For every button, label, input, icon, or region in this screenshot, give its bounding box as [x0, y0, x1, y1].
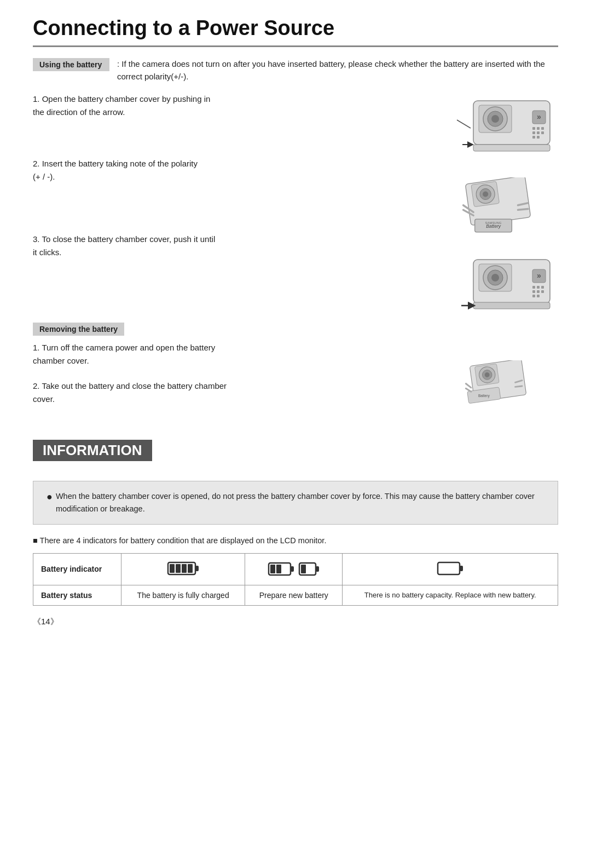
svg-rect-67: [316, 566, 319, 572]
svg-point-33: [491, 274, 499, 281]
camera-image-2: Battery SAMSUNG: [438, 175, 558, 240]
svg-line-52: [466, 384, 471, 388]
step-2-text: 2. Insert the battery taking note of the…: [33, 159, 198, 181]
camera-image-1: »: [438, 93, 558, 158]
battery-icon-low: [298, 560, 320, 578]
battery-status-empty: There is no battery capacity. Replace wi…: [343, 585, 558, 605]
svg-text:»: »: [537, 271, 541, 280]
svg-rect-39: [532, 290, 535, 293]
removing-steps-text: 1. Turn off the camera power and open th…: [33, 341, 421, 434]
svg-rect-15: [473, 145, 550, 151]
removing-battery-section: Removing the battery 1. Turn off the cam…: [33, 323, 558, 434]
battery-icon-full-cell: [121, 553, 245, 585]
info-bullet-1: ● When the battery chamber cover is open…: [47, 490, 544, 515]
svg-rect-40: [537, 290, 540, 293]
battery-status-medium: Prepare new battery: [245, 585, 343, 605]
svg-rect-10: [532, 131, 535, 134]
svg-rect-14: [537, 136, 540, 139]
svg-rect-41: [541, 290, 544, 293]
removing-battery-label: Removing the battery: [33, 323, 124, 336]
step-1-text: 1. Open the battery chamber cover by pus…: [33, 94, 210, 117]
information-box: ● When the battery chamber cover is open…: [33, 481, 558, 525]
svg-rect-61: [188, 564, 193, 573]
svg-line-28: [518, 209, 528, 210]
camera-image-remove: Battery: [438, 347, 558, 434]
battery-icon-medium-cell: [245, 553, 343, 585]
steps-text-left: 1. Open the battery chamber cover by pus…: [33, 93, 421, 317]
svg-rect-59: [176, 564, 181, 573]
remove-step-2-text: 2. Take out the battery and close the ba…: [33, 381, 227, 404]
camera-images-steps: »: [438, 93, 558, 317]
battery-note: ■ There are 4 indicators for battery con…: [33, 534, 558, 547]
battery-status-label: Battery status: [33, 585, 121, 605]
svg-rect-9: [541, 127, 544, 130]
svg-text:Battery: Battery: [486, 223, 501, 229]
page-number: 《14》: [33, 617, 558, 627]
svg-rect-63: [291, 566, 294, 572]
remove-step-2: 2. Take out the battery and close the ba…: [33, 380, 421, 406]
battery-table: Battery indicator: [33, 553, 558, 606]
svg-rect-12: [541, 131, 544, 134]
svg-text:Battery: Battery: [478, 394, 490, 398]
battery-indicator-row: Battery indicator: [33, 553, 558, 585]
battery-icon-empty-cell: [343, 553, 558, 585]
step-1: 1. Open the battery chamber cover by pus…: [33, 93, 421, 119]
camera-image-3: »: [438, 251, 558, 317]
battery-icon-full: [167, 559, 200, 578]
svg-rect-37: [537, 286, 540, 289]
svg-rect-8: [537, 127, 540, 130]
svg-rect-68: [301, 565, 306, 573]
svg-rect-57: [195, 566, 199, 571]
battery-indicator-label: Battery indicator: [33, 553, 121, 585]
svg-rect-38: [541, 286, 544, 289]
svg-line-55: [515, 386, 522, 387]
remove-step-1: 1. Turn off the camera power and open th…: [33, 341, 421, 367]
svg-rect-60: [182, 564, 187, 573]
page: Connecting to a Power Source Using the b…: [0, 0, 591, 868]
svg-rect-43: [537, 295, 540, 297]
camera-images-removing: Battery: [438, 341, 558, 434]
svg-text:»: »: [537, 112, 541, 121]
removing-battery-steps: 1. Turn off the camera power and open th…: [33, 341, 558, 434]
using-battery-label: Using the battery: [33, 58, 109, 71]
svg-rect-7: [532, 127, 535, 130]
using-battery-steps: 1. Open the battery chamber cover by pus…: [33, 93, 558, 317]
battery-status-row: Battery status The battery is fully char…: [33, 585, 558, 605]
battery-icon-empty: [437, 559, 464, 578]
svg-rect-11: [537, 131, 540, 134]
bullet-dot: ●: [47, 490, 53, 504]
info-bullet-text: When the battery chamber cover is opened…: [56, 490, 544, 515]
using-battery-intro: Using the battery : If the camera does n…: [33, 58, 558, 83]
page-title: Connecting to a Power Source: [33, 16, 558, 47]
svg-rect-64: [270, 565, 275, 573]
remove-step-1-text: 1. Turn off the camera power and open th…: [33, 343, 215, 365]
information-title: INFORMATION: [33, 440, 152, 461]
step-3: 3. To close the battery chamber cover, p…: [33, 233, 421, 259]
svg-point-4: [491, 115, 499, 123]
battery-icon-medium: [268, 560, 295, 578]
step-2: 2. Insert the battery taking note of the…: [33, 157, 421, 183]
svg-line-16: [457, 120, 471, 128]
svg-rect-36: [532, 286, 535, 289]
svg-rect-42: [532, 295, 535, 297]
svg-rect-65: [276, 565, 281, 573]
svg-rect-70: [460, 566, 463, 571]
step-3-text: 3. To close the battery chamber cover, p…: [33, 234, 215, 257]
svg-text:SAMSUNG: SAMSUNG: [485, 221, 502, 225]
battery-status-full: The battery is fully charged: [121, 585, 245, 605]
information-section: INFORMATION ● When the battery chamber c…: [33, 440, 558, 525]
svg-rect-58: [170, 564, 175, 573]
using-battery-intro-text: : If the camera does not turn on after y…: [117, 58, 558, 83]
svg-rect-69: [438, 562, 460, 574]
svg-rect-13: [532, 136, 535, 139]
svg-rect-44: [473, 302, 550, 309]
